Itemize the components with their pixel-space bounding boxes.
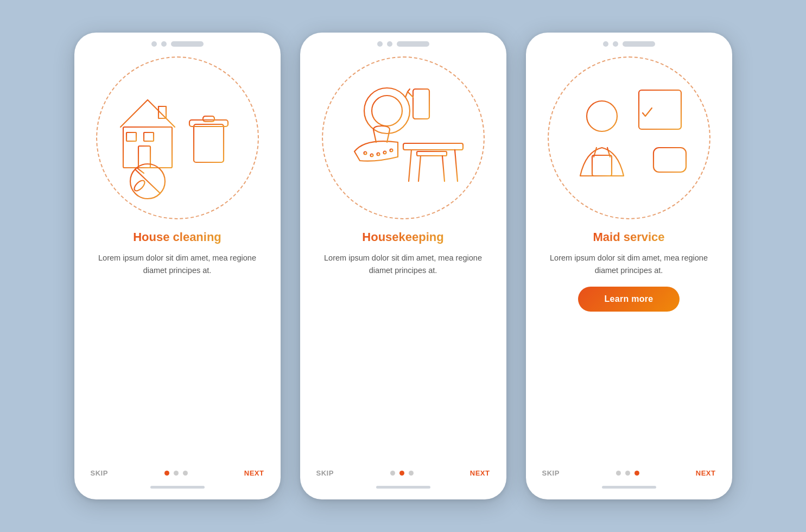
status-dot-1 <box>151 41 157 47</box>
dot-3-1 <box>616 471 621 476</box>
status-pill <box>171 41 204 47</box>
housekeeping-illustration <box>333 67 474 208</box>
dot-2-3 <box>409 471 414 476</box>
phone-screen-3: Maid service Lorem ipsum dolor sit dim a… <box>526 33 732 499</box>
illustration-circle-3 <box>548 56 710 219</box>
screen-content-2: Housekeeping Lorem ipsum dolor sit dim a… <box>300 51 506 464</box>
dot-2-1 <box>390 471 395 476</box>
nav-row-1: SKIP NEXT <box>91 469 264 477</box>
svg-rect-3 <box>144 132 154 141</box>
learn-more-button[interactable]: Learn more <box>578 287 679 312</box>
svg-rect-65 <box>592 155 612 176</box>
dot-1-1 <box>164 471 169 476</box>
svg-line-26 <box>405 92 408 97</box>
nav-row-2: SKIP NEXT <box>316 469 490 477</box>
phone-bottom-2: SKIP NEXT <box>300 464 506 499</box>
next-button-1[interactable]: NEXT <box>244 469 264 477</box>
dot-1-2 <box>174 471 179 476</box>
illustration-circle-2 <box>322 56 485 219</box>
svg-point-20 <box>372 96 402 126</box>
svg-rect-0 <box>123 127 172 168</box>
svg-rect-11 <box>189 120 228 126</box>
phone-bottom-1: SKIP NEXT <box>74 464 281 499</box>
screen-desc-3: Lorem ipsum dolor sit dim amet, mea regi… <box>542 252 716 277</box>
svg-point-62 <box>587 101 617 131</box>
svg-point-35 <box>364 152 366 155</box>
next-button-3[interactable]: NEXT <box>696 469 716 477</box>
home-indicator-2 <box>376 486 430 489</box>
svg-point-39 <box>390 149 392 152</box>
screen-title-3: Maid service <box>593 230 664 244</box>
dots-row-2 <box>390 471 414 476</box>
phone-screen-1: House cleaning Lorem ipsum dolor sit dim… <box>74 33 281 499</box>
svg-rect-2 <box>126 132 136 141</box>
dot-1-3 <box>183 471 188 476</box>
screens-container: House cleaning Lorem ipsum dolor sit dim… <box>74 33 732 499</box>
phone-bottom-3: SKIP NEXT <box>526 464 732 499</box>
status-pill-2 <box>397 41 429 47</box>
screen-desc-1: Lorem ipsum dolor sit dim amet, mea regi… <box>91 252 264 277</box>
skip-button-2[interactable]: SKIP <box>316 469 334 477</box>
dots-row-1 <box>164 471 188 476</box>
top-bar-1 <box>74 33 281 51</box>
svg-point-37 <box>377 153 379 156</box>
screen-desc-2: Lorem ipsum dolor sit dim amet, mea regi… <box>316 252 490 277</box>
maid-service-illustration <box>559 67 700 208</box>
status-pill-3 <box>623 41 655 47</box>
screen-title-1: House cleaning <box>133 230 221 244</box>
svg-point-18 <box>132 179 146 192</box>
dot-2-2 <box>399 471 404 476</box>
svg-point-38 <box>383 151 386 154</box>
phone-screen-2: Housekeeping Lorem ipsum dolor sit dim a… <box>300 33 506 499</box>
svg-line-46 <box>442 156 445 181</box>
next-button-2[interactable]: NEXT <box>470 469 490 477</box>
dots-row-3 <box>616 471 639 476</box>
top-bar-2 <box>300 33 506 51</box>
svg-rect-25 <box>413 89 429 119</box>
skip-button-3[interactable]: SKIP <box>542 469 560 477</box>
nav-row-3: SKIP NEXT <box>542 469 716 477</box>
illustration-circle-1 <box>96 56 259 219</box>
svg-rect-12 <box>203 116 214 122</box>
status-dot-6 <box>613 41 618 47</box>
screen-title-2: Housekeeping <box>362 230 443 244</box>
house-cleaning-illustration <box>107 67 248 208</box>
status-dot-3 <box>377 41 383 47</box>
skip-button-1[interactable]: SKIP <box>91 469 108 477</box>
status-dot-2 <box>161 41 167 47</box>
dot-3-3 <box>634 471 639 476</box>
status-dot-5 <box>603 41 608 47</box>
top-bar-3 <box>526 33 732 51</box>
home-indicator-3 <box>602 486 656 489</box>
svg-point-36 <box>370 154 373 157</box>
screen-content-1: House cleaning Lorem ipsum dolor sit dim… <box>74 51 281 464</box>
home-indicator-1 <box>150 486 205 489</box>
svg-line-45 <box>418 156 421 181</box>
dot-3-2 <box>625 471 630 476</box>
status-dot-4 <box>387 41 392 47</box>
screen-content-3: Maid service Lorem ipsum dolor sit dim a… <box>526 51 732 464</box>
svg-rect-9 <box>194 124 224 162</box>
